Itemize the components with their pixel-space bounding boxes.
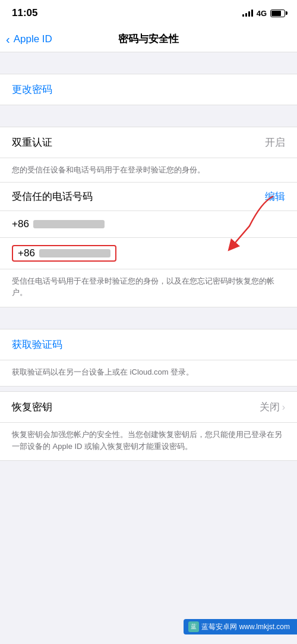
two-factor-card: 双重认证 开启 您的受信任设备和电话号码用于在登录时验证您的身份。 受信任的电话… — [0, 127, 297, 307]
arrow-container: +86 — [0, 238, 297, 269]
get-code-row[interactable]: 获取验证码 — [0, 329, 297, 360]
two-factor-title: 双重认证 — [12, 136, 52, 149]
battery-icon — [270, 10, 285, 17]
back-label: Apple ID — [14, 33, 52, 45]
phone-number-2-prefix: +86 — [18, 247, 35, 259]
content: 更改密码 双重认证 开启 您的受信任设备和电话号码用于在登录时验证您的身份。 受… — [0, 52, 297, 461]
trusted-phone-label: 受信任的电话号码 — [12, 190, 93, 203]
phone-number-1-blurred — [33, 220, 105, 228]
trusted-phone-description: 受信任电话号码用于在登录时验证您的身份，以及在您忘记密码时恢复您的帐户。 — [0, 269, 297, 307]
back-button[interactable]: ‹ Apple ID — [6, 33, 52, 45]
recovery-header[interactable]: 恢复密钥 关闭 › — [0, 392, 297, 423]
page-title: 密码与安全性 — [118, 32, 179, 46]
watermark-text: 蓝莓安卓网 — [201, 622, 237, 632]
recovery-card: 恢复密钥 关闭 › 恢复密钥会加强您帐户的安全性。当您创建恢复密钥后，您只能使用… — [0, 391, 297, 461]
phone-number-2-highlighted: +86 — [12, 245, 116, 262]
two-factor-header: 双重认证 开启 — [0, 127, 297, 158]
change-password-row[interactable]: 更改密码 — [0, 74, 297, 105]
two-factor-status: 开启 — [265, 136, 285, 149]
trusted-phone-row: 受信任的电话号码 编辑 — [0, 183, 297, 211]
chevron-right-icon: › — [282, 402, 285, 413]
signal-icon — [242, 10, 253, 17]
status-time: 11:05 — [12, 7, 37, 19]
network-type: 4G — [257, 9, 267, 18]
chevron-left-icon: ‹ — [6, 33, 10, 45]
phone-number-2-row: +86 — [0, 238, 297, 269]
recovery-status-row: 关闭 › — [260, 400, 285, 414]
phone-number-2-blurred — [39, 249, 110, 257]
recovery-key-title: 恢复密钥 — [12, 400, 52, 414]
recovery-key-section: 恢复密钥 关闭 › 恢复密钥会加强您帐户的安全性。当您创建恢复密钥后，您只能使用… — [0, 391, 297, 461]
change-password-label: 更改密码 — [12, 84, 52, 95]
trusted-phone-edit-button[interactable]: 编辑 — [265, 190, 285, 203]
recovery-key-status: 关闭 — [260, 400, 280, 414]
watermark: 蓝 蓝莓安卓网 www.lmkjst.com — [184, 619, 297, 634]
phone-number-1-row: +86 — [0, 211, 297, 238]
two-factor-description: 您的受信任设备和电话号码用于在登录时验证您的身份。 — [0, 158, 297, 183]
watermark-icon: 蓝 — [188, 621, 199, 632]
change-password-section: 更改密码 — [0, 57, 297, 105]
nav-bar: ‹ Apple ID 密码与安全性 — [0, 26, 297, 52]
phone-number-1-prefix: +86 — [12, 218, 29, 230]
two-factor-section: 双重认证 开启 您的受信任设备和电话号码用于在登录时验证您的身份。 受信任的电话… — [0, 110, 297, 307]
status-icons: 4G — [242, 9, 285, 18]
get-code-description: 获取验证码以在另一台设备上或在 iCloud.com 登录。 — [0, 360, 297, 387]
get-verification-section: 获取验证码 获取验证码以在另一台设备上或在 iCloud.com 登录。 — [0, 312, 297, 387]
watermark-subtext: www.lmkjst.com — [239, 623, 290, 631]
get-code-label: 获取验证码 — [12, 339, 62, 350]
recovery-key-description: 恢复密钥会加强您帐户的安全性。当您创建恢复密钥后，您只能使用已登录在另一部设备的… — [0, 423, 297, 460]
get-code-card: 获取验证码 获取验证码以在另一台设备上或在 iCloud.com 登录。 — [0, 329, 297, 387]
status-bar: 11:05 4G — [0, 0, 297, 26]
